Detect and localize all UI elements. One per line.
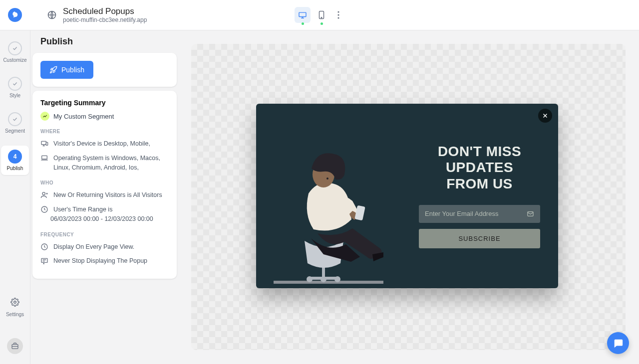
svg-point-3 bbox=[321, 17, 322, 18]
step-segment[interactable]: Segment bbox=[1, 110, 29, 136]
laptop-icon bbox=[40, 154, 48, 162]
targeting-summary-title: Targeting Summary bbox=[40, 99, 169, 107]
svg-rect-15 bbox=[41, 259, 47, 263]
publish-button[interactable]: Publish bbox=[40, 61, 93, 79]
popup-form: DON'T MISS UPDATES FROM US SUBSCRIBE bbox=[401, 104, 558, 288]
rocket-icon bbox=[49, 66, 57, 74]
svg-rect-9 bbox=[41, 141, 46, 145]
step-label: Publish bbox=[7, 166, 23, 171]
targeting-summary-card: Targeting Summary My Custom Segment WHER… bbox=[32, 91, 177, 279]
step-label: Customize bbox=[3, 57, 26, 63]
clock-icon bbox=[40, 243, 48, 251]
panel-title: Publish bbox=[32, 36, 177, 53]
app-logo[interactable] bbox=[8, 8, 22, 22]
popup-icon bbox=[40, 257, 48, 265]
chat-icon bbox=[613, 338, 624, 349]
svg-point-18 bbox=[334, 276, 340, 282]
step-publish[interactable]: 4 Publish bbox=[1, 146, 29, 175]
publish-panel: Publish Publish Targeting Summary My Cus… bbox=[32, 36, 177, 283]
frequency-stop-text: Never Stop Displaying The Popup bbox=[53, 256, 147, 266]
segment-name: My Custom Segment bbox=[53, 113, 114, 120]
who-visitors-row: New Or Returning Visitors is All Visitor… bbox=[40, 190, 169, 200]
email-input[interactable] bbox=[425, 210, 527, 217]
svg-point-22 bbox=[326, 178, 328, 180]
step-number: 4 bbox=[8, 150, 22, 164]
svg-point-6 bbox=[337, 17, 339, 18]
step-label: Style bbox=[9, 93, 20, 98]
subscribe-button[interactable]: SUBSCRIBE bbox=[419, 229, 540, 248]
page-title: Scheduled Popups bbox=[63, 6, 147, 16]
person-illustration bbox=[274, 134, 383, 288]
more-menu-button[interactable] bbox=[332, 9, 344, 21]
svg-rect-16 bbox=[274, 281, 383, 284]
close-icon bbox=[542, 112, 549, 119]
who-label: WHO bbox=[40, 180, 169, 185]
svg-point-5 bbox=[337, 14, 339, 15]
settings-button[interactable] bbox=[7, 294, 23, 310]
where-device-row: Visitor's Device is Desktop, Mobile, bbox=[40, 139, 169, 149]
svg-rect-10 bbox=[46, 142, 47, 145]
clock-icon bbox=[40, 205, 48, 213]
popup-illustration bbox=[256, 104, 401, 288]
trend-icon bbox=[40, 112, 49, 121]
frequency-stop-row: Never Stop Displaying The Popup bbox=[40, 256, 169, 266]
svg-rect-20 bbox=[354, 205, 365, 221]
preview-canvas: DON'T MISS UPDATES FROM US SUBSCRIBE bbox=[191, 44, 626, 350]
step-customize[interactable]: Customize bbox=[1, 39, 29, 65]
email-field-wrapper bbox=[419, 205, 540, 223]
settings-label: Settings bbox=[6, 312, 24, 317]
segment-chip: My Custom Segment bbox=[40, 112, 169, 121]
page-domain: poetic-muffin-cbc3ee.netlify.app bbox=[63, 16, 147, 23]
svg-rect-1 bbox=[299, 12, 306, 16]
publish-button-label: Publish bbox=[61, 66, 84, 74]
frequency-display-text: Display On Every Page View. bbox=[53, 242, 134, 252]
where-os-row: Operating System is Windows, Macos, Linu… bbox=[40, 154, 169, 173]
popup-heading: DON'T MISS UPDATES FROM US bbox=[419, 144, 540, 192]
step-rail: Customize Style Segment 4 Publish Settin… bbox=[0, 30, 30, 364]
briefcase-button[interactable] bbox=[7, 338, 23, 354]
step-label: Segment bbox=[5, 128, 25, 134]
who-time-row: User's Time Range is06/03/2023 00:00 - 1… bbox=[40, 205, 169, 224]
device-icon bbox=[40, 140, 48, 148]
svg-point-19 bbox=[320, 276, 326, 282]
globe-icon bbox=[47, 10, 57, 20]
svg-point-4 bbox=[337, 11, 339, 12]
frequency-label: FREQUENCY bbox=[40, 232, 169, 237]
popup-preview: DON'T MISS UPDATES FROM US SUBSCRIBE bbox=[256, 104, 558, 288]
svg-point-17 bbox=[307, 276, 313, 282]
who-time-text: User's Time Range is06/03/2023 00:00 - 1… bbox=[53, 205, 153, 224]
mobile-preview-button[interactable] bbox=[314, 7, 329, 23]
frequency-display-row: Display On Every Page View. bbox=[40, 242, 169, 252]
publish-card: Publish bbox=[32, 53, 177, 87]
topbar: Scheduled Popups poetic-muffin-cbc3ee.ne… bbox=[0, 0, 639, 30]
svg-point-12 bbox=[42, 192, 45, 195]
desktop-preview-button[interactable] bbox=[295, 7, 311, 23]
chat-fab[interactable] bbox=[607, 332, 629, 354]
svg-point-7 bbox=[14, 301, 16, 304]
where-os-text: Operating System is Windows, Macos, Linu… bbox=[53, 154, 169, 173]
mail-icon bbox=[527, 210, 534, 218]
person-icon bbox=[40, 191, 48, 199]
page-title-block: Scheduled Popups poetic-muffin-cbc3ee.ne… bbox=[63, 6, 147, 23]
svg-rect-11 bbox=[42, 156, 47, 159]
where-label: WHERE bbox=[40, 129, 169, 134]
where-device-text: Visitor's Device is Desktop, Mobile, bbox=[53, 139, 150, 149]
device-switcher bbox=[295, 7, 344, 23]
who-visitors-text: New Or Returning Visitors is All Visitor… bbox=[53, 190, 162, 200]
popup-close-button[interactable] bbox=[538, 109, 552, 123]
step-style[interactable]: Style bbox=[1, 75, 29, 100]
